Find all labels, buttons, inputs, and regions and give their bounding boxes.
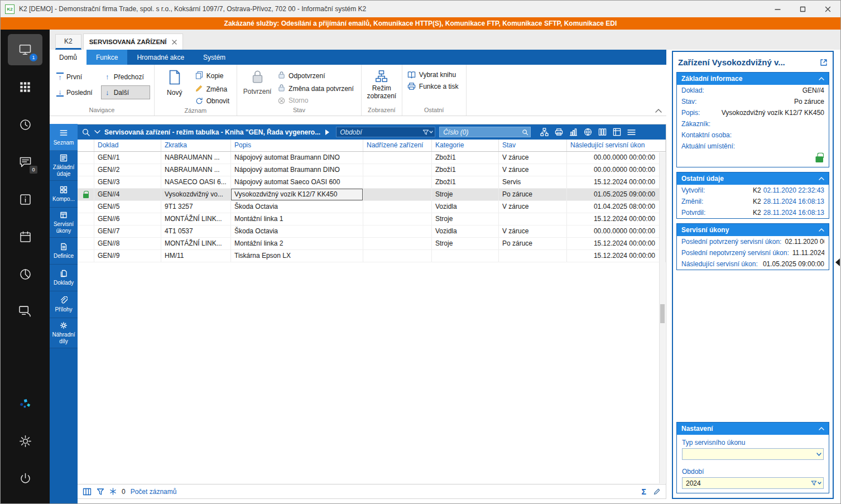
subnav-zakladni-udaje[interactable]: Základní údaje [50, 151, 78, 181]
cell-stav[interactable]: V záruce [499, 225, 567, 237]
maximize-button[interactable] [790, 1, 815, 17]
subnav-seznam[interactable]: Seznam [50, 124, 78, 151]
subnav-komponenty[interactable]: Kompo... [50, 181, 78, 208]
column-zkratka[interactable]: Zkratka [161, 140, 231, 151]
cell-kategorie[interactable]: Stroje [432, 213, 499, 225]
cell-ukon[interactable]: 15.12.2024 00:00:00 [567, 238, 666, 249]
history-button[interactable] [8, 109, 42, 140]
column-popis[interactable]: Popis [231, 140, 363, 151]
menu-hromadne-akce[interactable]: Hromadné akce [127, 50, 194, 65]
search-submit-icon[interactable] [522, 129, 528, 136]
cell-doklad[interactable]: GEN//6 [94, 213, 161, 225]
section-header-ostatni[interactable]: Ostatní údaje [677, 172, 829, 185]
view-mode-button[interactable]: Režim zobrazení [366, 66, 398, 100]
open-detail-icon[interactable] [820, 59, 828, 66]
cell-nadrizene[interactable] [363, 238, 432, 249]
period-select[interactable] [682, 477, 824, 489]
confirm-button[interactable]: Potvrzení [241, 66, 273, 96]
cell-zkratka[interactable]: Vysokozdvižný vo... [161, 189, 231, 200]
cell-kategorie[interactable]: Stroje [432, 189, 499, 200]
cell-nadrizene[interactable] [363, 225, 432, 237]
cell-stav[interactable]: Po záruce [499, 238, 567, 249]
menu-domu[interactable]: Domů [50, 50, 86, 65]
dropdown-chevron-icon[interactable] [816, 453, 821, 456]
power-button[interactable] [8, 463, 42, 494]
scrollbar-thumb[interactable] [660, 304, 665, 323]
column-doklad[interactable]: Doklad [94, 140, 161, 151]
cell-ukon[interactable]: 15.12.2024 00:00:00 [567, 176, 666, 188]
settings-button[interactable] [8, 425, 42, 457]
tab-k2[interactable]: K2 [55, 34, 81, 50]
subnav-nahradni-dily[interactable]: Náhradní díly [50, 318, 78, 348]
cell-zkratka[interactable]: NASAECO OASI 6... [161, 176, 231, 188]
table-row[interactable]: GEN//2 NABRAUMANN ... Nápojový automat B… [78, 164, 666, 176]
cell-popis[interactable]: Nápojový automat Braumann DINO [231, 152, 363, 164]
browse-search-icon[interactable] [81, 128, 90, 137]
section-header-zakladni[interactable]: Základní informace [677, 73, 829, 85]
cell-zkratka[interactable]: NABRAUMANN ... [161, 164, 231, 176]
chart-icon[interactable] [569, 128, 578, 136]
panel-collapse-handle[interactable] [832, 258, 840, 266]
info-button[interactable] [8, 184, 42, 215]
ribbon-collapse-icon[interactable] [655, 109, 662, 113]
select-book-button[interactable]: Vybrat knihu [406, 70, 462, 79]
cancel-button[interactable]: Storno [277, 96, 357, 105]
period-filter-input[interactable] [336, 127, 435, 137]
last-record-button[interactable]: ↓Poslední [54, 85, 99, 99]
table-row[interactable]: GEN//7 4T1 0537 Škoda Octavia Vozidla V … [78, 225, 666, 238]
cell-stav[interactable] [499, 250, 567, 262]
cell-nadrizene[interactable] [363, 164, 432, 176]
cell-doklad[interactable]: GEN//4 [94, 189, 161, 200]
cell-popis[interactable]: Nápojový automat Saeco OASI 600 [231, 176, 363, 188]
cell-zkratka[interactable]: 4T1 0537 [161, 225, 231, 237]
cell-kategorie[interactable]: Vozidla [432, 225, 499, 237]
cell-zkratka[interactable]: MONTÁŽNÍ LINK... [161, 213, 231, 225]
cell-doklad[interactable]: GEN//8 [94, 238, 161, 249]
cell-popis[interactable]: Škoda Octavia [231, 201, 363, 213]
cell-ukon[interactable]: 15.12.2024 00:00:00 [567, 250, 666, 262]
cell-nadrizene[interactable] [363, 213, 432, 225]
cell-zkratka[interactable]: HM/11 [161, 250, 231, 262]
print-icon[interactable] [555, 128, 563, 136]
functions-print-button[interactable]: Funkce a tisk [406, 81, 462, 91]
column-settings-icon[interactable] [83, 488, 92, 496]
tab-close-icon[interactable] [172, 40, 177, 45]
table-row[interactable]: GEN//5 9T1 3257 Škoda Octavia Vozidla V … [78, 201, 666, 213]
menu-system[interactable]: Systém [194, 50, 235, 65]
collapse-chevron-icon[interactable] [819, 427, 824, 430]
cell-doklad[interactable]: GEN//5 [94, 201, 161, 213]
cell-ukon[interactable]: 15.12.2024 00:00:00 [567, 213, 666, 225]
collapse-chevron-icon[interactable] [819, 177, 824, 180]
messages-button[interactable]: 0 [8, 146, 42, 177]
first-record-button[interactable]: ↑První [54, 70, 99, 84]
cell-kategorie[interactable] [432, 250, 499, 262]
cell-stav[interactable]: V záruce [499, 152, 567, 164]
remote-support-button[interactable] [8, 296, 42, 327]
cell-ukon[interactable]: 00.00.0000 00:00:00 [567, 225, 666, 237]
cell-nadrizene[interactable] [363, 201, 432, 213]
cell-doklad[interactable]: GEN//9 [94, 250, 161, 262]
cell-doklad[interactable]: GEN//2 [94, 164, 161, 176]
collapse-chevron-icon[interactable] [819, 77, 824, 80]
cell-nadrizene[interactable] [363, 189, 432, 200]
unconfirm-button[interactable]: Odpotvrzení [277, 70, 357, 81]
table-row[interactable]: GEN//6 MONTÁŽNÍ LINK... Montážní linka 1… [78, 213, 666, 225]
subnav-servisni-ukony[interactable]: Servisní úkony [50, 208, 78, 238]
chevron-down-icon[interactable] [94, 130, 100, 134]
cell-kategorie[interactable]: Zboží1 [432, 176, 499, 188]
cell-popis[interactable]: Škoda Octavia [231, 225, 363, 237]
cell-ukon[interactable]: 01.05.2025 09:00:00 [567, 189, 666, 200]
minimize-button[interactable] [765, 1, 790, 17]
period-filter-dropdown-icon[interactable] [811, 480, 821, 486]
cell-nadrizene[interactable] [363, 152, 432, 164]
workstation-button[interactable]: 1 [8, 34, 42, 65]
column-nadrizene-zarizeni[interactable]: Nadřízené zařízení [363, 140, 432, 151]
column-kategorie[interactable]: Kategorie [432, 140, 499, 151]
cell-doklad[interactable]: GEN//3 [94, 176, 161, 188]
sum-icon[interactable]: Σ [642, 487, 646, 496]
cell-popis[interactable]: Montážní linka 1 [231, 213, 363, 225]
cell-zkratka[interactable]: MONTÁŽNÍ LINK... [161, 238, 231, 249]
cell-ukon[interactable]: 00.00.0000 00:00:00 [567, 164, 666, 176]
tab-servisovana-zarizeni[interactable]: SERVISOVANÁ ZAŘÍZENÍ [83, 33, 183, 50]
whats-new-button[interactable] [8, 388, 42, 419]
